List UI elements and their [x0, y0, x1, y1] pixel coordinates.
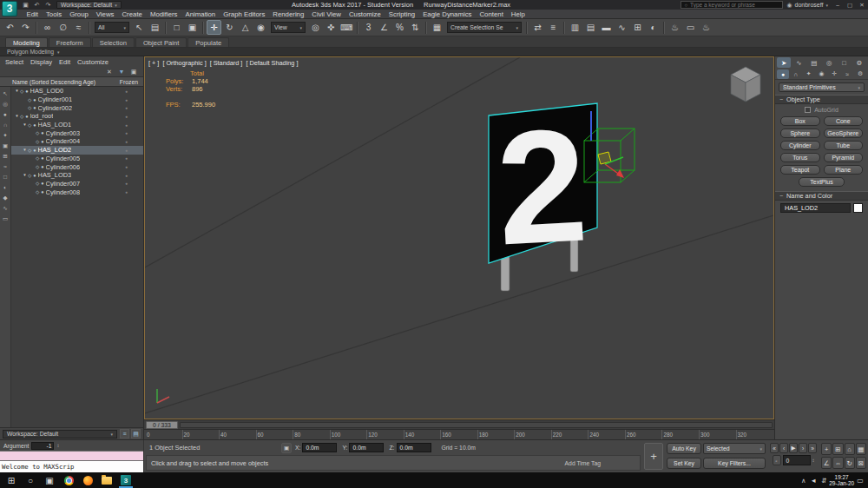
go-to-start-button[interactable]: « — [770, 443, 779, 453]
polygon-modeling-panel[interactable]: Polygon Modeling ▾ — [0, 48, 868, 56]
percent-snap-icon[interactable]: % — [392, 20, 407, 35]
scene-node-cylinder002[interactable]: ◇●Cylinder002● — [11, 103, 143, 112]
workspace-selector[interactable]: Workspace: Default ▾ — [56, 1, 122, 9]
y-coordinate-field-input[interactable]: 0.0m — [349, 443, 384, 452]
close-button[interactable]: ✕ — [856, 0, 868, 10]
select-object-icon[interactable]: ↖ — [132, 20, 147, 35]
z-coordinate-field-input[interactable]: 0.0m — [397, 443, 431, 452]
file-explorer-icon[interactable] — [97, 472, 116, 488]
selection-set-dropdown[interactable]: Selected ▾ — [703, 443, 766, 454]
3ds-max-logo-icon[interactable]: 3 — [2, 1, 17, 16]
3ds-max-taskbar-icon[interactable]: 3 — [116, 472, 135, 488]
tube-button[interactable]: Tube — [824, 141, 864, 150]
material-editor-icon[interactable]: ◐ — [646, 20, 661, 35]
maximize-button[interactable]: ▢ — [844, 0, 856, 10]
edit-named-selection-sets-icon[interactable]: ▦ — [430, 20, 444, 35]
ribbon-tab-object-paint[interactable]: Object Paint — [135, 37, 187, 47]
explorer-select-icon[interactable]: ↖ — [1, 89, 10, 98]
scene-node-cylinder008[interactable]: ◇●Cylinder008● — [11, 188, 143, 196]
explorer-find-icon[interactable]: ◎ — [1, 99, 10, 109]
menu-content[interactable]: Content — [476, 10, 507, 18]
menu-graph-editors[interactable]: Graph Editors — [220, 10, 269, 18]
field-of-view-button[interactable]: ∠ — [821, 457, 832, 469]
display-containers-icon[interactable]: ▭ — [1, 214, 10, 223]
scene-node-cylinder005[interactable]: ◇●Cylinder005● — [11, 155, 143, 163]
scene-node-has_lod3[interactable]: ▼◇●HAS_LOD3● — [11, 171, 143, 180]
snaps-toggle-icon[interactable]: 3 — [361, 20, 376, 35]
schematic-view-icon[interactable]: ⊞ — [630, 20, 645, 35]
menu-rendering[interactable]: Rendering — [269, 10, 308, 18]
select-and-move-icon[interactable]: ✛ — [207, 20, 221, 35]
select-and-scale-icon[interactable]: △ — [238, 20, 253, 35]
expand-arrow-icon[interactable]: ▼ — [22, 173, 28, 177]
time-slider[interactable]: 0 / 333 — [144, 419, 774, 429]
taskbar-clock[interactable]: 19:27 29-Jan-20 — [829, 474, 854, 487]
ribbon-tab-modeling[interactable]: Modeling — [5, 37, 48, 47]
display-helpers-icon[interactable]: ⊞ — [1, 151, 10, 161]
expand-arrow-icon[interactable]: ▼ — [22, 122, 28, 127]
autogrid-checkbox[interactable] — [805, 107, 811, 113]
menu-civil-view[interactable]: Civil View — [308, 10, 345, 18]
category-systems[interactable]: ⚙ — [854, 69, 866, 79]
lock-explorer-icon[interactable]: ▣ — [129, 69, 138, 76]
render-production-icon[interactable]: ♨ — [699, 20, 713, 35]
previous-frame-button[interactable]: ‹ — [779, 443, 788, 453]
menu-eagle-dynamics[interactable]: Eagle Dynamics — [419, 10, 476, 18]
menu-edit[interactable]: Edit — [23, 10, 42, 18]
next-frame-button[interactable]: › — [799, 443, 807, 453]
tab-create[interactable]: ➤ — [777, 57, 791, 68]
pan-button[interactable]: ⇔ — [832, 457, 843, 469]
spinner-snap-icon[interactable]: ⇅ — [408, 20, 423, 35]
viewport-general-menu[interactable]: [ + ] — [148, 59, 159, 67]
task-view-button[interactable]: ▣ — [40, 472, 59, 488]
scene-node-has_lod0[interactable]: ▼◇●HAS_LOD0● — [11, 87, 143, 96]
display-xrefs-icon[interactable]: ◐ — [1, 182, 10, 192]
redo-icon[interactable]: ↷ — [18, 20, 33, 35]
viewport-canvas[interactable]: 2 — [145, 57, 773, 419]
key-filters-button[interactable]: Key Filters... — [703, 458, 766, 469]
go-to-end-button[interactable]: » — [808, 443, 817, 453]
selection-lock-toggle[interactable]: ▣ — [281, 443, 292, 453]
undo-quick-icon[interactable]: ↶ — [32, 1, 42, 9]
save-icon[interactable]: ▣ — [21, 1, 30, 9]
zoom-button[interactable]: + — [821, 443, 832, 455]
align-icon[interactable]: ≡ — [546, 20, 561, 35]
teapot-button[interactable]: Teapot — [780, 165, 820, 175]
cone-button[interactable]: Cone — [824, 116, 864, 126]
category-geometry[interactable]: ● — [777, 69, 789, 79]
expand-arrow-icon[interactable]: ▼ — [14, 89, 20, 93]
frozen-column-header[interactable]: Frozen — [120, 79, 138, 85]
chrome-icon[interactable] — [59, 472, 78, 488]
workspace-settings-icon[interactable]: ≡ — [120, 429, 129, 439]
viewport[interactable]: 2 — [144, 56, 774, 419]
select-and-manipulate-icon[interactable]: ✜ — [324, 20, 339, 35]
category-shapes[interactable]: ∩ — [790, 69, 802, 79]
named-selection-sets-dropdown[interactable]: Create Selection Se▾ — [447, 22, 522, 33]
ribbon-tab-selection[interactable]: Selection — [92, 37, 135, 47]
signin-menu[interactable]: ◉ donbroseff ▾ — [786, 2, 828, 9]
time-slider-handle[interactable]: 0 / 333 — [146, 421, 178, 429]
taskbar-search-button[interactable]: ○ — [21, 472, 40, 488]
action-center-icon[interactable]: ▭ — [854, 477, 866, 485]
add-time-tag-button[interactable]: Add Time Tag — [565, 460, 635, 466]
tray-chevron-icon[interactable]: ∧ — [801, 477, 806, 485]
listener-pane[interactable]: Welcome to MAXScrip — [0, 461, 143, 472]
unlink-selection-icon[interactable]: ∅ — [56, 20, 70, 35]
pyramid-button[interactable]: Pyramid — [824, 153, 864, 162]
play-button[interactable]: ▶ — [789, 443, 798, 453]
viewport-pov-menu[interactable]: [ Orthographic ] — [162, 59, 206, 67]
time-slider-track[interactable] — [180, 422, 773, 428]
volume-icon[interactable]: ◄ — [810, 477, 816, 485]
auto-key-button[interactable]: Auto Key — [667, 443, 701, 454]
scene-node-cylinder003[interactable]: ◇●Cylinder003● — [11, 129, 143, 137]
minimize-button[interactable]: – — [832, 0, 844, 10]
display-shapes-icon[interactable]: ∩ — [1, 120, 10, 129]
angle-snap-icon[interactable]: ∠ — [377, 20, 391, 35]
explorer-menu-select[interactable]: Select — [2, 56, 27, 67]
viewport-shading-menu[interactable]: [ Default Shading ] — [246, 59, 298, 67]
curve-editor-icon[interactable]: ∿ — [615, 20, 629, 35]
zoom-extents-all-button[interactable]: ▦ — [856, 443, 866, 455]
object-type-rollout[interactable]: Object Type — [775, 95, 868, 104]
workspace-grid-icon[interactable]: ▤ — [131, 429, 141, 439]
x-coordinate-field-input[interactable]: 0.0m — [302, 443, 337, 452]
